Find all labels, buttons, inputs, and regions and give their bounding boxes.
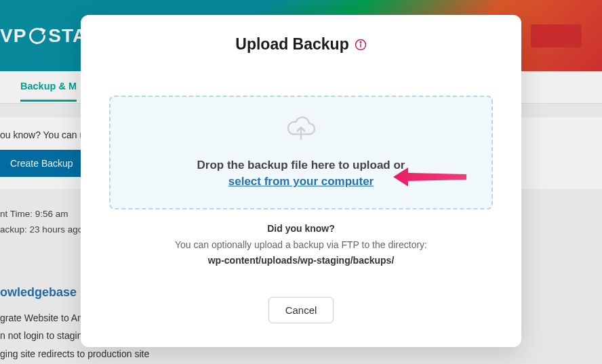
hint-title: Did you know? <box>109 223 493 234</box>
drop-text: Drop the backup file here to upload or <box>197 159 405 171</box>
cancel-button[interactable]: Cancel <box>268 297 334 323</box>
modal-overlay: Upload Backup Drop the backup file here … <box>0 0 602 364</box>
select-from-computer-link[interactable]: select from your computer <box>228 175 374 188</box>
hint-text: You can optionally upload a backup via F… <box>109 238 493 252</box>
svg-point-2 <box>360 41 361 43</box>
cloud-upload-icon <box>285 115 317 145</box>
dropzone[interactable]: Drop the backup file here to upload or s… <box>109 96 493 209</box>
modal-title: Upload Backup <box>109 35 493 54</box>
info-icon[interactable] <box>355 39 367 51</box>
upload-backup-modal: Upload Backup Drop the backup file here … <box>81 15 521 347</box>
annotation-arrow <box>393 165 468 192</box>
hint-path: wp-content/uploads/wp-staging/backups/ <box>109 255 493 266</box>
